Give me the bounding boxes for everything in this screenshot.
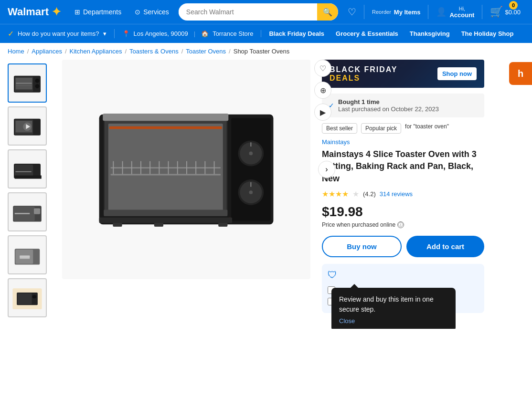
star-empty: ★	[352, 189, 359, 199]
wishlist-product-button[interactable]: ♡	[314, 60, 331, 77]
product-main-image: ›	[62, 60, 310, 279]
svg-rect-46	[104, 209, 227, 216]
account-button[interactable]: 👤 Hi, Account	[432, 4, 478, 21]
svg-rect-45	[111, 174, 221, 176]
search-bar: 🔍	[179, 3, 338, 21]
thumbnail-2[interactable]	[8, 106, 47, 146]
grid-icon: ⊞	[74, 8, 80, 16]
svg-rect-41	[186, 161, 187, 175]
nav-link-holiday[interactable]: The Holiday Shop	[461, 30, 514, 37]
main-content: ♡ ⊕ ▶	[0, 60, 532, 329]
close-tooltip-button[interactable]: Close	[339, 317, 355, 325]
search-input[interactable]	[179, 8, 317, 16]
rating-score: (4.2)	[363, 190, 376, 198]
svg-rect-34	[122, 161, 123, 175]
tooltip-arrow	[351, 284, 358, 288]
svg-rect-14	[15, 176, 42, 179]
play-button[interactable]: ▶	[314, 104, 331, 121]
breadcrumb-kitchen-appliances[interactable]: Kitchen Appliances	[70, 48, 122, 55]
nav-link-thanksgiving[interactable]: Thanksgiving	[410, 30, 450, 37]
product-thumbnails	[8, 60, 51, 317]
delivery-selector[interactable]: ✓ How do you want your items? ▾	[8, 29, 115, 38]
carousel-next-button[interactable]: ›	[318, 161, 335, 178]
breadcrumb-appliances[interactable]: Appliances	[32, 48, 62, 55]
header-right: ♡ Reorder My Items 👤 Hi, Account 🛒 0 $0.…	[344, 4, 524, 21]
wishlist-button[interactable]: ♡	[344, 4, 360, 20]
svg-rect-19	[15, 213, 30, 214]
price-info-icon[interactable]: ⓘ	[397, 221, 404, 228]
thumbnail-6[interactable]	[8, 278, 47, 317]
thumbnail-3[interactable]	[8, 149, 47, 189]
thumbnail-4[interactable]	[8, 192, 47, 231]
account-label: Account	[449, 11, 474, 19]
svg-rect-62	[99, 218, 232, 223]
reviews-link[interactable]: 314 reviews	[380, 190, 413, 198]
nav-link-black-friday[interactable]: Black Friday Deals	[269, 30, 324, 37]
svg-rect-39	[168, 161, 169, 175]
search-button[interactable]: 🔍	[317, 3, 338, 21]
badge-popular-pick: Popular pick	[361, 123, 401, 134]
svg-rect-36	[140, 161, 141, 175]
location-selector[interactable]: 📍 Los Angeles, 90009 | 🏠 Torrance Store	[115, 30, 262, 37]
product-image-area: ♡ ⊕ ▶	[62, 60, 310, 317]
toaster-oven-svg	[72, 84, 301, 255]
svg-rect-48	[103, 114, 228, 121]
product-title: Mainstays 4 Slice Toaster Oven with 3 Se…	[322, 148, 484, 185]
heart-icon: ♡	[348, 6, 356, 18]
price-label-text: Price when purchased online	[322, 221, 395, 228]
svg-rect-38	[159, 161, 160, 175]
breadcrumb-toasters-ovens[interactable]: Toasters & Ovens	[129, 48, 179, 55]
breadcrumb-toaster-ovens[interactable]: Toaster Ovens	[186, 48, 226, 55]
breadcrumb-sep3: /	[125, 48, 127, 55]
svg-point-5	[35, 79, 40, 83]
bought-text: Bought 1 time	[338, 98, 439, 105]
breadcrumb-current: Shop Toaster Ovens	[234, 48, 290, 55]
brand-link[interactable]: Mainstays	[322, 138, 484, 146]
walmart-spark-icon: ✦	[52, 5, 61, 19]
thumbnail-1[interactable]	[8, 63, 47, 103]
product-rating: ★★★★★ (4.2) 314 reviews	[322, 189, 484, 199]
stars: ★★★★	[322, 189, 349, 199]
svg-rect-47	[109, 126, 222, 129]
cart-button[interactable]: 🛒 0 $0.00	[486, 4, 524, 20]
tooltip-popup: Review and buy this item in one secure s…	[331, 288, 456, 329]
walmart-logo: Walmart ✦	[8, 5, 61, 19]
shop-now-button[interactable]: Shop now	[437, 67, 477, 80]
departments-button[interactable]: ⊞ Departments	[71, 6, 125, 18]
breadcrumb-home[interactable]: Home	[8, 48, 24, 55]
nav-links: Black Friday Deals Grocery & Essentials …	[269, 30, 513, 37]
reorder-button[interactable]: Reorder My Items	[368, 7, 424, 18]
bf-black-text: BLACK FRIDAY	[330, 65, 398, 74]
account-greeting: Hi,	[449, 6, 474, 11]
svg-rect-3	[16, 83, 32, 84]
svg-rect-37	[149, 161, 150, 175]
zoom-button[interactable]: ⊕	[314, 82, 331, 99]
pipe-separator: |	[194, 30, 195, 37]
buy-now-button[interactable]: Buy now	[322, 236, 402, 257]
logo-text: Walmart	[8, 6, 49, 18]
delivery-label: How do you want your items?	[18, 30, 99, 37]
honey-button[interactable]: h	[509, 62, 532, 85]
bf-deals-text: DEALS	[330, 74, 398, 83]
header: Walmart ✦ ⊞ Departments ⊙ Services 🔍 ♡ R…	[0, 0, 532, 24]
black-friday-banner: BLACK FRIDAY DEALS Shop now	[322, 60, 484, 88]
services-button[interactable]: ⊙ Services	[131, 6, 173, 18]
protection-section: 🛡 Review and buy this item in one secure…	[322, 264, 484, 313]
breadcrumb-sep4: /	[181, 48, 183, 55]
cart-icon: 🛒	[490, 6, 503, 18]
thumbnail-5[interactable]	[8, 235, 47, 274]
breadcrumb: Home / Appliances / Kitchen Appliances /…	[0, 43, 532, 60]
add-to-cart-button[interactable]: Add to cart	[406, 236, 484, 257]
store-text: Torrance Store	[213, 30, 253, 37]
divider2	[428, 5, 428, 19]
product-badges: Best seller Popular pick for "toaster ov…	[322, 123, 484, 134]
breadcrumb-sep1: /	[27, 48, 29, 55]
services-icon: ⊙	[135, 8, 140, 16]
product-price: $19.98	[322, 204, 484, 220]
nav-link-grocery[interactable]: Grocery & Essentials	[336, 30, 398, 37]
svg-rect-32	[111, 167, 221, 168]
svg-point-56	[249, 190, 253, 194]
divider3	[482, 5, 482, 19]
action-buttons: Buy now Add to cart	[322, 236, 484, 257]
svg-rect-4	[16, 85, 32, 86]
